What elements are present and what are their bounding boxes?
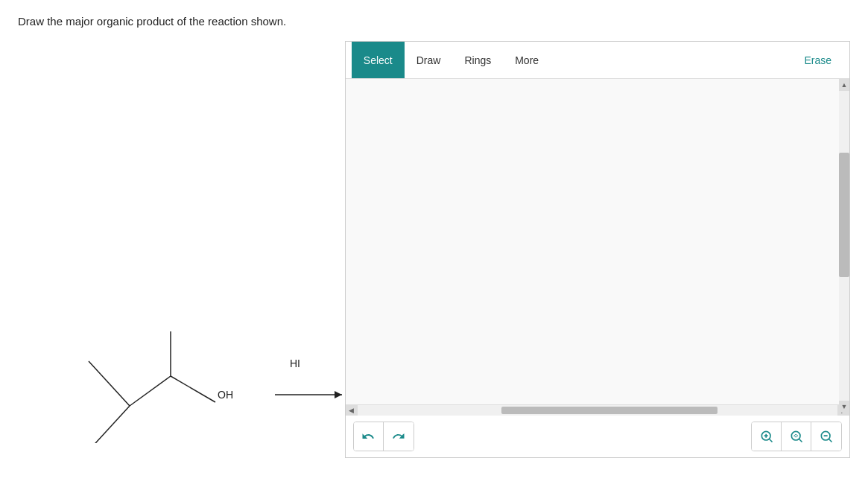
reagent-label: HI — [290, 357, 300, 369]
arrow-head — [335, 391, 342, 398]
zoom-fit-icon — [789, 429, 804, 444]
bottom-controls — [346, 415, 849, 457]
vscroll-track[interactable] — [839, 91, 849, 401]
svg-line-9 — [769, 439, 772, 442]
drawing-canvas[interactable] — [346, 79, 849, 404]
svg-line-0 — [89, 361, 130, 406]
svg-line-11 — [799, 439, 802, 442]
vertical-scrollbar[interactable]: ▲ ▼ — [839, 79, 849, 413]
hscroll-thumb[interactable] — [501, 407, 717, 414]
content-area: OH HI Select Draw Rings More Erase — [18, 41, 850, 458]
vscroll-up-arrow[interactable]: ▲ — [839, 79, 849, 91]
draw-button[interactable]: Draw — [405, 42, 453, 78]
hscroll-left-arrow[interactable]: ◀ — [346, 405, 358, 416]
question-text: Draw the major organic product of the re… — [18, 15, 850, 28]
hscroll-track[interactable] — [358, 405, 837, 416]
undo-button[interactable] — [354, 422, 384, 451]
rings-button[interactable]: Rings — [452, 42, 503, 78]
select-button[interactable]: Select — [352, 42, 405, 78]
molecule-svg: OH HI — [33, 86, 346, 443]
erase-button[interactable]: Erase — [792, 48, 843, 72]
redo-icon — [392, 430, 405, 443]
undo-redo-group — [353, 422, 414, 451]
oh-label: OH — [218, 389, 233, 401]
zoom-out-button[interactable] — [811, 422, 841, 451]
svg-line-14 — [829, 439, 832, 442]
svg-line-2 — [130, 376, 171, 406]
horizontal-scrollbar[interactable]: ◀ ▶ — [346, 404, 849, 415]
molecule-area: OH HI — [18, 41, 345, 458]
svg-point-10 — [791, 431, 800, 440]
svg-line-4 — [171, 376, 215, 402]
toolbar: Select Draw Rings More Erase — [346, 42, 849, 79]
redo-button[interactable] — [384, 422, 414, 451]
zoom-in-button[interactable] — [752, 422, 782, 451]
svg-line-1 — [89, 406, 130, 443]
undo-icon — [361, 430, 375, 443]
zoom-in-icon — [759, 429, 774, 444]
vscroll-thumb[interactable] — [839, 153, 849, 276]
page: Draw the major organic product of the re… — [0, 0, 868, 496]
zoom-fit-button[interactable] — [782, 422, 811, 451]
more-button[interactable]: More — [503, 42, 551, 78]
vscroll-down-arrow[interactable]: ▼ — [839, 401, 849, 413]
editor-panel: Select Draw Rings More Erase ◀ ▶ — [345, 41, 850, 458]
zoom-group — [751, 422, 842, 451]
zoom-out-icon — [819, 429, 834, 444]
